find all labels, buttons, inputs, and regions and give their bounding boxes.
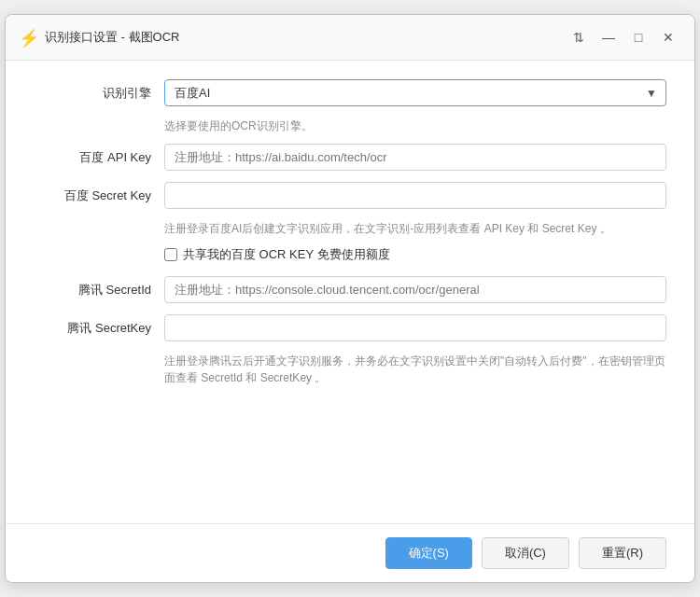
pin-button[interactable]: ⇅ <box>566 24 592 50</box>
baidu-secret-input[interactable] <box>164 182 666 209</box>
engine-label: 识别引擎 <box>34 85 164 102</box>
engine-select[interactable]: 百度AI <box>164 79 666 106</box>
baidu-hint: 注册登录百度AI后创建文字识别应用，在文字识别-应用列表查看 API Key 和… <box>164 220 666 237</box>
title-bar: ⚡ 识别接口设置 - 截图OCR ⇅ — □ ✕ <box>6 15 694 61</box>
baidu-secret-label: 百度 Secret Key <box>34 187 164 204</box>
tencent-id-row: 腾讯 SecretId <box>34 276 666 303</box>
tencent-key-label: 腾讯 SecretKey <box>34 320 164 337</box>
engine-select-wrap: 百度AI ▼ <box>164 79 666 106</box>
cancel-button[interactable]: 取消(C) <box>482 537 569 569</box>
baidu-secret-input-wrap <box>164 182 666 209</box>
tencent-key-row: 腾讯 SecretKey <box>34 314 666 341</box>
baidu-secret-row: 百度 Secret Key <box>34 182 666 209</box>
confirm-button[interactable]: 确定(S) <box>385 537 472 569</box>
baidu-api-row: 百度 API Key <box>34 144 666 171</box>
form-content: 识别引擎 百度AI ▼ 选择要使用的OCR识别引擎。 百度 API Key 百度… <box>6 61 694 523</box>
baidu-api-input[interactable] <box>164 144 666 171</box>
main-window: ⚡ 识别接口设置 - 截图OCR ⇅ — □ ✕ 识别引擎 百度AI ▼ 选择要… <box>5 14 695 583</box>
engine-row: 识别引擎 百度AI ▼ <box>34 79 666 106</box>
baidu-share-checkbox[interactable] <box>164 248 177 261</box>
tencent-id-input-wrap <box>164 276 666 303</box>
tencent-id-label: 腾讯 SecretId <box>34 282 164 298</box>
baidu-api-input-wrap <box>164 144 666 171</box>
engine-hint: 选择要使用的OCR识别引擎。 <box>164 118 666 134</box>
baidu-api-label: 百度 API Key <box>34 149 164 166</box>
tencent-hint: 注册登录腾讯云后开通文字识别服务，并务必在文字识别设置中关闭"自动转入后付费"，… <box>164 353 666 386</box>
baidu-share-label[interactable]: 共享我的百度 OCR KEY 免费使用额度 <box>183 246 390 263</box>
baidu-share-row: 共享我的百度 OCR KEY 免费使用额度 <box>164 246 666 263</box>
reset-button[interactable]: 重置(R) <box>579 537 666 569</box>
maximize-button[interactable]: □ <box>625 24 651 50</box>
app-icon: ⚡ <box>19 28 37 47</box>
tencent-key-input-wrap <box>164 314 666 341</box>
close-button[interactable]: ✕ <box>655 24 681 50</box>
tencent-key-input[interactable] <box>164 314 666 341</box>
window-title: 识别接口设置 - 截图OCR <box>45 29 566 46</box>
tencent-id-input[interactable] <box>164 276 666 303</box>
window-controls: ⇅ — □ ✕ <box>566 24 681 50</box>
engine-select-container: 百度AI ▼ <box>164 79 666 106</box>
minimize-button[interactable]: — <box>595 24 622 50</box>
footer: 确定(S) 取消(C) 重置(R) <box>6 523 694 582</box>
